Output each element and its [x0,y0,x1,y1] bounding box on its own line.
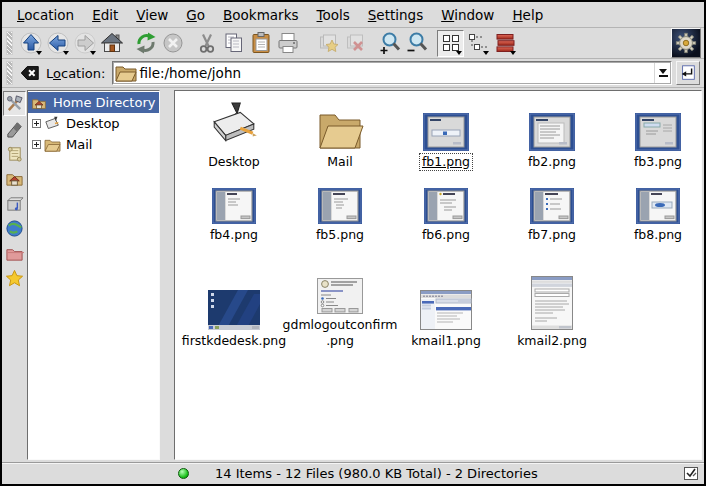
detail-view-button[interactable] [491,30,518,57]
file-label[interactable]: fb3.png [632,154,684,170]
root-folder-icon [5,244,24,263]
sidebar-bookmark-nib-button[interactable] [3,116,26,141]
file-label[interactable]: fb7.png [526,227,578,243]
sidebar-root-folder-button[interactable] [3,241,26,266]
file-item-fb7[interactable]: fb7.png [499,184,605,243]
file-label[interactable]: kmail1.png [409,333,483,349]
location-dropdown-button[interactable] [654,62,671,84]
menu-bookmarks[interactable]: Bookmarks [214,4,307,26]
file-item-desktop[interactable]: Desktop [181,99,287,170]
tree-view-button[interactable] [464,30,491,57]
sidebar-network-button[interactable] [3,216,26,241]
tree-item-label: Desktop [64,115,122,132]
menu-location[interactable]: Location [8,4,83,26]
paste-button[interactable] [247,30,274,57]
menu-tools[interactable]: Tools [308,4,359,26]
file-label[interactable]: fb1.png [420,154,472,170]
file-label[interactable]: gdmlogoutconfirm.png [281,317,400,348]
up-button[interactable] [17,30,44,57]
print-icon [276,31,300,55]
home-button[interactable] [98,30,125,57]
file-label[interactable]: Mail [325,154,354,170]
menu-help[interactable]: Help [503,4,552,26]
back-dropdown-caret[interactable] [63,51,69,55]
sidebar-home-directory-button[interactable] [3,166,26,191]
home-icon [100,31,124,55]
sidebar-tools-button[interactable] [3,91,26,116]
tree-item-mail[interactable]: Mail [28,134,159,155]
menu-view[interactable]: View [127,4,177,26]
file-item-fb1[interactable]: fb1.png [393,99,499,170]
sidebar-services-button[interactable] [3,191,26,216]
services-icon [5,194,24,213]
remove-images-button[interactable] [342,30,369,57]
panel-splitter[interactable] [160,90,174,460]
desktop-screenshot-thumbnail [208,290,260,330]
file-item-gdmlogoutconfirm[interactable]: gdmlogoutconfirm.png [287,258,393,348]
tree-item-desktop[interactable]: Desktop [28,113,159,134]
new-images-button[interactable] [315,30,342,57]
network-globe-icon [5,219,24,238]
up-dropdown-caret[interactable] [36,51,42,55]
tree-item-label: Mail [64,136,94,153]
tree-view-dropdown-caret[interactable] [483,51,489,55]
menu-edit[interactable]: Edit [83,4,127,26]
menu-settings[interactable]: Settings [359,4,432,26]
icon-view-button[interactable] [437,30,464,57]
zoom-in-button[interactable] [376,30,403,57]
tree-item-label: Home Directory [51,94,157,111]
file-label[interactable]: fb4.png [208,227,260,243]
print-button[interactable] [274,30,301,57]
back-button[interactable] [44,30,71,57]
file-label[interactable]: fb2.png [526,154,578,170]
menu-go[interactable]: Go [177,4,214,26]
linked-view-checkbox-icon[interactable] [684,467,698,480]
file-item-mail[interactable]: Mail [287,99,393,170]
forward-dropdown-caret[interactable] [90,51,96,55]
file-item-fb8[interactable]: fb8.png [605,184,702,243]
file-label[interactable]: fb5.png [314,227,366,243]
icon-view-dropdown-caret[interactable] [456,51,462,55]
file-label[interactable]: fb8.png [632,227,684,243]
file-label[interactable]: kmail2.png [515,333,589,349]
sidebar-history-button[interactable] [3,141,26,166]
zoom-out-button[interactable] [403,30,430,57]
file-item-fb3[interactable]: fb3.png [605,99,702,170]
file-item-kmail2[interactable]: kmail2.png [499,274,605,349]
window-screenshot-thumbnail [420,290,472,330]
clear-location-button[interactable] [17,61,43,85]
desktop-folder-icon [209,101,259,151]
forward-button[interactable] [71,30,98,57]
location-toolbar: Location: [2,59,704,88]
file-label[interactable]: Desktop [206,154,262,170]
copy-button[interactable] [220,30,247,57]
file-item-fb2[interactable]: fb2.png [499,99,605,170]
tree-item-home-directory[interactable]: Home Directory [28,92,159,113]
check-mark-icon [685,468,697,479]
zoom-out-icon [405,31,429,55]
menu-window[interactable]: Window [432,4,503,26]
location-toolbar-grip[interactable] [6,61,13,85]
expand-plus-icon[interactable] [32,119,41,128]
location-input[interactable] [137,65,654,81]
toolbar-grip[interactable] [6,31,13,55]
sidebar-bookmarks-button[interactable] [3,266,26,291]
file-item-firstkdedesk[interactable]: firstkdedesk.png [181,274,287,349]
file-item-kmail1[interactable]: kmail1.png [393,274,499,349]
file-label[interactable]: firstkdedesk.png [180,333,288,349]
reload-button[interactable] [132,30,159,57]
location-combobox[interactable] [112,61,672,85]
main-area: Home Directory Desktop Mail [2,88,704,462]
cut-button[interactable] [193,30,220,57]
expand-plus-icon[interactable] [32,140,41,149]
sidebar-button-strip [2,90,27,460]
file-label[interactable]: fb6.png [420,227,472,243]
stop-button[interactable] [159,30,186,57]
file-item-fb5[interactable]: fb5.png [287,184,393,243]
file-icon-view[interactable]: Desktop Mail [174,90,702,460]
bookmark-nib-icon [5,119,24,138]
file-item-fb4[interactable]: fb4.png [181,184,287,243]
go-button[interactable] [676,61,700,85]
file-item-fb6[interactable]: fb6.png [393,184,499,243]
detail-view-dropdown-caret[interactable] [510,51,516,55]
